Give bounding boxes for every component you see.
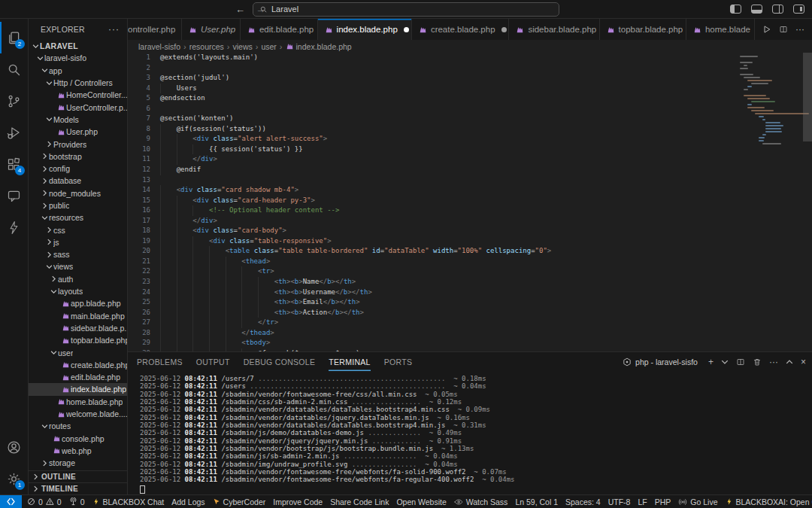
panel-tab-problems[interactable]: PROBLEMS	[137, 352, 183, 371]
outline-section[interactable]: OUTLINE	[29, 470, 127, 482]
tree-item-usercontroller-p-[interactable]: UserController.p...	[29, 101, 127, 113]
status-improve-code[interactable]: Improve Code	[269, 495, 326, 508]
activity-run-and-debug[interactable]	[0, 117, 29, 148]
status-remote-indicator[interactable]	[0, 495, 22, 508]
tree-item-user[interactable]: user	[29, 346, 127, 358]
forward-button[interactable]: →	[256, 4, 265, 15]
tree-item-console-php[interactable]: console.php	[29, 433, 127, 445]
back-button[interactable]: ←	[235, 4, 245, 15]
terminal-instance-label[interactable]: php - laravel-sisfo	[623, 357, 698, 367]
tree-item-create-blade-php[interactable]: create.blade.php	[29, 359, 127, 371]
tree-item-main-blade-php[interactable]: main.blade.php	[29, 310, 127, 322]
toggle-panel-icon[interactable]	[751, 5, 762, 14]
tab-create-blade-php[interactable]: create.blade.php	[412, 19, 510, 40]
status-errors-warnings[interactable]: 00	[23, 495, 65, 508]
status-cybercoder[interactable]: CyberCoder	[209, 495, 270, 508]
breadcrumb-item[interactable]: views	[232, 42, 252, 51]
breadcrumb-item[interactable]: index.blade.php	[286, 42, 352, 51]
tree-item-auth[interactable]: auth	[29, 273, 127, 285]
status-ports-forwarded[interactable]: 0	[65, 495, 89, 508]
tree-item-node-modules[interactable]: node_modules	[29, 187, 127, 199]
tree-item-laravel-sisfo[interactable]: laravel-sisfo	[29, 52, 127, 64]
status-blackboxai-open-chat[interactable]: BLACKBOXAI: Open Chat	[722, 495, 812, 508]
split-terminal-button[interactable]	[736, 357, 745, 367]
status-cursor-position[interactable]: Ln 59, Col 1	[511, 495, 562, 508]
status-blackbox-chat[interactable]: BLACKBOX Chat	[89, 495, 168, 508]
tree-item-index-blade-php[interactable]: index.blade.php	[29, 383, 127, 395]
panel-tab-terminal[interactable]: TERMINAL	[329, 352, 371, 371]
customize-layout-icon[interactable]	[793, 5, 804, 14]
tree-item-sidebar-blade-p-[interactable]: sidebar.blade.p...	[29, 322, 127, 334]
status-add-logs[interactable]: Add Logs	[168, 495, 208, 508]
tree-item-storage[interactable]: storage	[29, 457, 127, 469]
status-go-live[interactable]: Go Live	[674, 495, 721, 508]
tree-item-app[interactable]: app	[29, 65, 127, 77]
timeline-section[interactable]: TIMELINE	[29, 482, 127, 494]
terminal-dropdown-button[interactable]	[721, 358, 729, 366]
status-share-code-link[interactable]: Share Code Link	[326, 495, 392, 508]
maximize-panel-button[interactable]	[786, 358, 793, 366]
activity-thunder[interactable]	[0, 211, 29, 243]
tree-item-user-php[interactable]: User.php	[29, 126, 127, 138]
tree-item-sass[interactable]: sass	[29, 248, 127, 260]
tree-item-routes[interactable]: routes	[29, 420, 127, 432]
editor-scrollbar[interactable]	[803, 53, 812, 141]
activity-explorer[interactable]: 2	[0, 22, 29, 53]
tab-edit-blade-php[interactable]: edit.blade.php	[241, 19, 318, 40]
tab-sidebar-blade-php[interactable]: sidebar.blade.php	[509, 19, 599, 40]
minimap[interactable]	[720, 56, 803, 146]
toggle-secondary-sidebar-icon[interactable]	[772, 5, 783, 14]
split-editor-button[interactable]	[779, 25, 788, 34]
status-indentation[interactable]: Spaces: 4	[562, 495, 604, 508]
panel-tab-output[interactable]: OUTPUT	[196, 352, 230, 371]
tree-item-bootstrap[interactable]: bootstrap	[29, 151, 127, 163]
tree-root[interactable]: LARAVEL	[29, 40, 127, 52]
run-file-button[interactable]	[762, 25, 771, 34]
status-open-website[interactable]: Open Website	[392, 495, 450, 508]
command-center-search[interactable]: Laravel	[253, 2, 559, 17]
activity-chat[interactable]	[0, 180, 29, 211]
breadcrumb-item[interactable]: resources	[189, 42, 224, 51]
tree-item-views[interactable]: views	[29, 260, 127, 272]
tab-topbar-blade-php[interactable]: topbar.blade.php	[600, 19, 686, 40]
activity-extensions[interactable]: 4	[0, 148, 29, 180]
tab-home-blade[interactable]: home.blade	[686, 19, 755, 40]
tree-item-database[interactable]: database	[29, 175, 127, 187]
status-eol[interactable]: LF	[634, 495, 650, 508]
explorer-more-actions-button[interactable]: ···	[108, 24, 120, 35]
tree-item-models[interactable]: Models	[29, 114, 127, 126]
terminal-output[interactable]: 2025-06-12 08:42:11 /users/7 ...........…	[128, 371, 812, 494]
tree-item-http-controllers[interactable]: Http / Controllers	[29, 77, 127, 89]
code-editor[interactable]: 1@extends('layouts.main')23@section('jud…	[128, 53, 812, 351]
status-language-mode[interactable]: PHP	[651, 495, 675, 508]
more-actions-button[interactable]: ···	[795, 24, 804, 35]
toggle-primary-sidebar-icon[interactable]	[730, 5, 741, 14]
tree-item-welcome-blade-[interactable]: welcome.blade....	[29, 408, 127, 420]
tree-item-home-blade-php[interactable]: home.blade.php	[29, 396, 127, 408]
tree-item-css[interactable]: css	[29, 224, 127, 236]
panel-tab-ports[interactable]: PORTS	[384, 352, 412, 371]
kill-terminal-button[interactable]	[753, 357, 762, 367]
tree-item-edit-blade-php[interactable]: edit.blade.php	[29, 371, 127, 383]
tree-item-layouts[interactable]: layouts	[29, 285, 127, 297]
panel-tab-debug-console[interactable]: DEBUG CONSOLE	[244, 352, 316, 371]
new-terminal-button[interactable]: +	[708, 357, 714, 367]
tab-index-blade-php[interactable]: index.blade.php	[318, 19, 412, 40]
tree-item-providers[interactable]: Providers	[29, 138, 127, 150]
activity-settings[interactable]: 1	[0, 463, 29, 494]
tree-item-js[interactable]: js	[29, 236, 127, 248]
tree-item-config[interactable]: config	[29, 163, 127, 175]
breadcrumb-item[interactable]: laravel-sisfo	[138, 42, 180, 51]
tree-item-topbar-blade-php[interactable]: topbar.blade.php	[29, 334, 127, 346]
tab-ontroller-php[interactable]: ontroller.php	[128, 19, 182, 40]
tree-item-resources[interactable]: resources	[29, 211, 127, 224]
tree-item-homecontroller-[interactable]: HomeController....	[29, 89, 127, 101]
close-panel-button[interactable]: ×	[801, 357, 806, 367]
panel-more-actions-button[interactable]: ···	[769, 357, 778, 367]
status-watch-sass[interactable]: Watch Sass	[450, 495, 512, 508]
status-encoding[interactable]: UTF-8	[604, 495, 635, 508]
tree-item-public[interactable]: public	[29, 199, 127, 211]
tab-user-php[interactable]: User.php	[182, 19, 241, 40]
tree-item-app-blade-php[interactable]: app.blade.php	[29, 297, 127, 309]
activity-accounts[interactable]	[0, 431, 29, 463]
